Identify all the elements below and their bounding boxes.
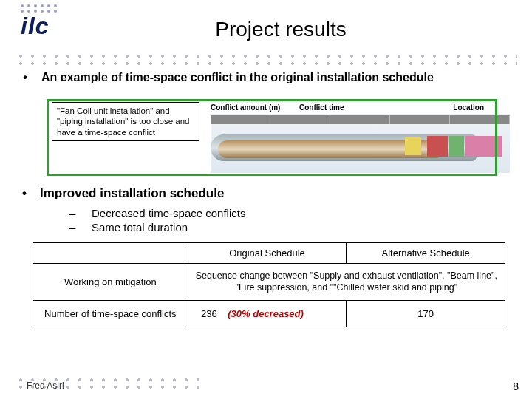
page-number: 8 (513, 381, 519, 392)
footer-author: Fred Asiri (27, 381, 64, 391)
bullet-marker: • (22, 71, 28, 84)
diagram-labels: Conflict amount (m) Conflict time Locati… (211, 103, 506, 112)
cell-mitigation-label: Working on mitigation (33, 264, 188, 301)
label-conflict-time: Conflict time (299, 103, 410, 112)
table-row: Working on mitigation Sequence change be… (33, 264, 505, 301)
bullet-improved: • Improved installation schedule (22, 186, 224, 201)
comparison-table: Original Schedule Alternative Schedule W… (33, 242, 505, 327)
sub-bullets: – Decreased time-space conflicts – Same … (69, 207, 245, 235)
sub-b: Same total duration (92, 221, 188, 233)
dash-marker: – (69, 221, 77, 233)
table-row: Number of time-space conflicts 236 (30% … (33, 300, 505, 327)
cell-mitigation-text: Sequence change between "Supply and exha… (188, 264, 505, 301)
table-header-row: Original Schedule Alternative Schedule (33, 243, 505, 264)
bullet-example-text: An example of time-space conflict in the… (41, 71, 434, 84)
callout-box: "Fan Coil unit installation" and "piping… (52, 102, 200, 141)
decorative-dots (15, 62, 517, 66)
header-original: Original Schedule (188, 243, 347, 264)
slide-title: Project results (0, 18, 532, 41)
cell-conflicts-alternative: 170 (347, 300, 505, 327)
cell-conflicts-label: Number of time-space conflicts (33, 300, 188, 327)
cell-conflicts-original: 236 (30% decreased) (188, 300, 347, 327)
value-original: 236 (201, 308, 217, 319)
bullet-marker: • (22, 186, 27, 201)
bullet-improved-text: Improved installation schedule (40, 186, 224, 201)
value-decrease: (30% decreased) (228, 308, 333, 319)
header-alternative: Alternative Schedule (347, 243, 505, 264)
label-location: Location (410, 103, 484, 112)
bullet-example: • An example of time-space conflict in t… (22, 71, 517, 84)
header-blank (33, 243, 188, 264)
sub-a: Decreased time-space conflicts (92, 207, 245, 219)
dash-marker: – (69, 207, 77, 219)
label-conflict-amount: Conflict amount (m) (211, 103, 299, 112)
logo-dot-grid (21, 4, 80, 13)
decorative-dots (15, 55, 517, 59)
